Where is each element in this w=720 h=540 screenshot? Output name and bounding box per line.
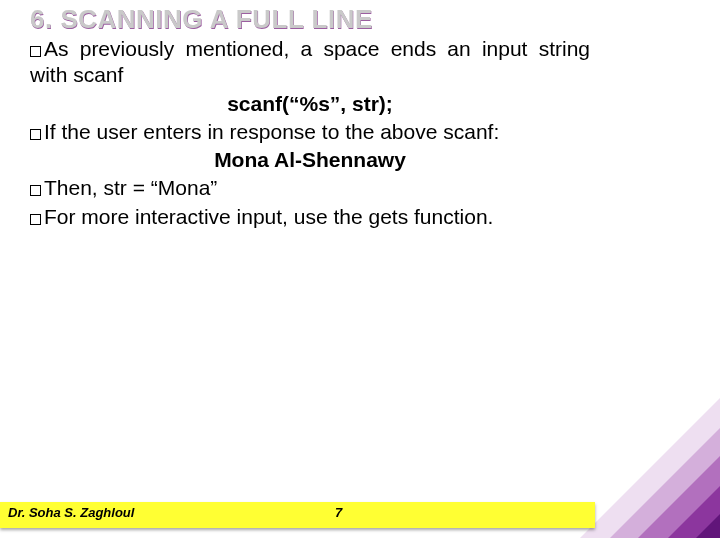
slide-body: As previously mentioned, a space ends an… [30,36,590,232]
bullet-square-icon [30,46,41,57]
bullet-item: As previously mentioned, a space ends an… [30,36,590,89]
bullet-square-icon [30,129,41,140]
footer-page-number: 7 [335,505,342,520]
bullet-square-icon [30,214,41,225]
bullet-square-icon [30,185,41,196]
bullet-text: As previously mentioned, a space ends an… [30,37,590,86]
example-input-line: Mona Al-Shennawy [30,147,590,173]
footer: Dr. Soha S. Zaghloul 7 [0,502,720,528]
bullet-text: If the user enters in response to the ab… [44,120,499,143]
bullet-item: If the user enters in response to the ab… [30,119,590,145]
code-line: scanf(“%s”, str); [30,91,590,117]
bullet-text: For more interactive input, use the gets… [44,205,493,228]
slide-title: 6. SCANNING A FULL LINE [30,4,373,35]
bullet-item: Then, str = “Mona” [30,175,590,201]
bullet-text: Then, str = “Mona” [44,176,217,199]
footer-author: Dr. Soha S. Zaghloul [8,505,134,520]
bullet-item: For more interactive input, use the gets… [30,204,590,230]
slide: 6. SCANNING A FULL LINE As previously me… [0,0,720,540]
